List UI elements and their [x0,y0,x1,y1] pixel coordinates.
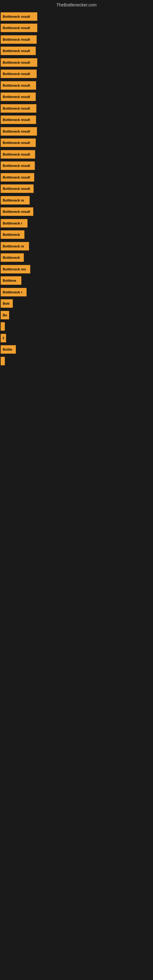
site-title: TheBottlenecker.com [0,0,153,10]
bar-label: Bottleneck result [3,130,30,133]
bar-label: Bottleneck result [3,175,30,179]
bar-label: Bottleneck r [3,221,22,225]
bar-item: Bottleneck result [1,150,35,159]
bar-label: Bottleneck result [3,210,30,213]
bar-item: Bottleneck result [1,12,37,21]
bar-label: Bottleneck result [3,107,30,110]
bar-item: Bo [1,311,9,320]
bar-item: Bott [1,299,13,308]
bar-item: Bottleneck result [1,207,33,216]
bar-item: Bottleneck result [1,185,33,193]
bar-label: Bottleneck result [3,164,30,167]
bar-label: Bottle [3,348,12,351]
bar-label: Bottleneck [3,233,20,236]
bar-label: Bottleneck result [3,95,30,99]
bar-label: Bo [3,313,7,317]
bar-label: B [3,336,4,340]
bar-item: Bottleneck result [1,24,37,32]
bar-item: Bottleneck result [1,46,36,55]
bar-item: Bottleneck result [1,92,36,101]
bar-item: Bottleneck result [1,115,36,124]
bar-item: Bottleneck [1,230,24,239]
bar-item: Bottleneck r [1,288,27,296]
bar-item: Bottlene [1,276,21,285]
bar-label: Bottlene [3,279,16,282]
chart-container: TheBottlenecker.com Bottleneck resultBot… [0,0,153,980]
bar-label: Bottleneck re [3,199,24,202]
bar-label: Bottleneck result [3,118,30,122]
bar-label: Bottleneck result [3,60,30,64]
bar-label: Bottleneck res [3,267,26,271]
bar-item: Bottleneck result [1,161,35,170]
bar-label: Bottleneck result [3,72,30,76]
bar-item: Bottleneck re [1,196,30,205]
bar-item: Bottleneck result [1,104,37,113]
bar-item: Bottleneck result [1,58,37,67]
bar-label: Bott [3,302,10,305]
bar-label: Bottleneck result [3,26,30,30]
bar-label: Bottleneck result [3,84,30,87]
bar-item: Bottle [1,345,16,354]
bar-label: Bottleneck result [3,153,30,156]
bar-item: Bottleneck r [1,219,27,228]
bar-item: Bottleneck result [1,138,36,147]
bar-item: B [1,334,6,342]
bar-label: Bottleneck result [3,38,30,41]
bar-item: Bottleneck re [1,242,29,250]
bar-label: Bottleneck result [3,141,30,145]
bar-item: Bottleneck result [1,127,37,136]
bar-item [1,357,5,365]
bar-item: Bottleneck result [1,35,37,44]
bar-item: Bottleneck result [1,70,37,78]
bar-item [1,322,5,331]
bar-label: Bottleneck r [3,290,22,294]
bar-item: Bottleneck [1,253,24,262]
bar-item: Bottleneck result [1,173,34,181]
bar-label: Bottleneck result [3,49,30,52]
bar-item: Bottleneck res [1,265,30,274]
bar-label: Bottleneck [3,256,20,259]
bar-label: Bottleneck result [3,187,30,191]
bar-label: Bottleneck re [3,244,24,248]
bar-label: Bottleneck result [3,15,30,18]
bar-item: Bottleneck result [1,81,36,90]
